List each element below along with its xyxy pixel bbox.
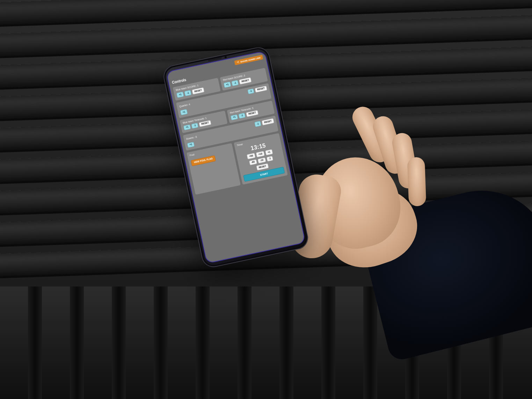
red-timeouts-reset-button[interactable]: RESET bbox=[246, 110, 258, 117]
hand-finger bbox=[407, 157, 427, 206]
timer-card: Timer 13:15 +60 +10 +1 -60 -10 -1 bbox=[234, 133, 288, 184]
controls-grid: Blue team SCORE: 1 +1 -1 RESET Red team … bbox=[173, 68, 288, 195]
timer-minus10-button[interactable]: -10 bbox=[257, 157, 266, 164]
downs-minus-button[interactable]: -1 bbox=[254, 121, 261, 127]
blue-score-plus-button[interactable]: +1 bbox=[176, 92, 184, 97]
hide-foul-flag-button[interactable]: HIDE FOUL FLAG bbox=[191, 155, 216, 166]
blue-timeouts-reset-button[interactable]: RESET bbox=[199, 120, 211, 127]
downs-reset-button[interactable]: RESET bbox=[262, 118, 274, 125]
blue-timeouts-minus-button[interactable]: -1 bbox=[191, 123, 198, 129]
blue-timeouts-plus-button[interactable]: +1 bbox=[183, 124, 191, 130]
red-score-reset-button[interactable]: RESET bbox=[239, 77, 252, 84]
blue-score-reset-button[interactable]: RESET bbox=[192, 87, 204, 94]
quarter-label: Quarter: 4 bbox=[179, 103, 190, 108]
timer-plus60-button[interactable]: +60 bbox=[247, 153, 255, 159]
quarter-minus-button[interactable]: -1 bbox=[247, 88, 254, 94]
red-score-plus-button[interactable]: +1 bbox=[224, 82, 231, 88]
timer-plus1-button[interactable]: +1 bbox=[265, 149, 273, 155]
foul-card: Foul HIDE FOUL FLAG bbox=[187, 143, 241, 195]
quarter-plus-button[interactable]: +1 bbox=[180, 109, 188, 115]
timer-minus1-button[interactable]: -1 bbox=[266, 156, 273, 162]
red-score-minus-button[interactable]: -1 bbox=[232, 80, 239, 86]
red-timeouts-minus-button[interactable]: -1 bbox=[239, 113, 246, 118]
downs-label: Downs : 0 bbox=[186, 136, 197, 140]
phone-camera-icon bbox=[224, 56, 227, 58]
downs-plus-button[interactable]: +1 bbox=[187, 142, 195, 148]
timer-reset-button[interactable]: RESET bbox=[256, 163, 269, 170]
share-icon bbox=[236, 61, 239, 64]
share-admin-link-label: SHARE ADMIN LINK bbox=[240, 56, 261, 63]
red-timeouts-plus-button[interactable]: +1 bbox=[231, 114, 238, 120]
timer-plus10-button[interactable]: +10 bbox=[256, 151, 265, 157]
timer-minus60-button[interactable]: -60 bbox=[249, 159, 257, 165]
quarter-reset-button[interactable]: RESET bbox=[255, 86, 267, 93]
blue-score-minus-button[interactable]: -1 bbox=[184, 90, 191, 96]
